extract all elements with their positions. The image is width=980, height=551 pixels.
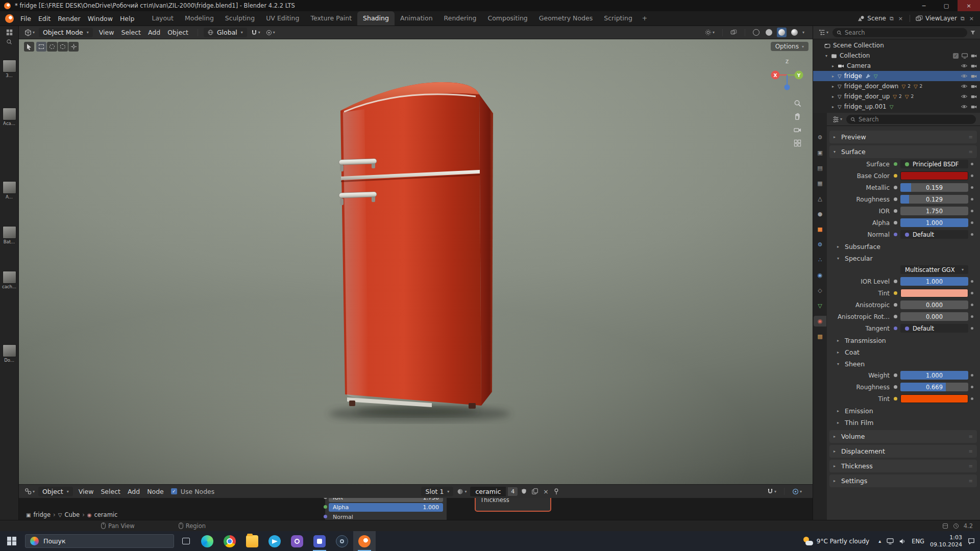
workspace-tab-compositing[interactable]: Compositing (482, 11, 533, 26)
slot-dropdown[interactable]: Slot 1▾ (421, 487, 453, 496)
properties-tab-scene[interactable]: △ (814, 193, 826, 204)
hide-viewport-icon[interactable] (961, 93, 968, 100)
outliner-row-fridge-door-down[interactable]: ▸ ▽fridge_door_down ▽2▽2 (813, 81, 980, 91)
socket-dot[interactable] (324, 505, 327, 509)
browse-material-icon[interactable]: ▾ (455, 488, 468, 495)
animate-dot[interactable] (968, 374, 976, 377)
close-button[interactable]: × (958, 0, 980, 11)
properties-tab-render[interactable]: ▣ (814, 147, 826, 158)
base-color-color-swatch[interactable] (900, 171, 968, 180)
taskbar-app-chrome[interactable] (218, 531, 241, 551)
hide-render-icon[interactable] (971, 104, 977, 110)
material-slot-icon[interactable]: ▽ (901, 84, 905, 89)
properties-tab-particles[interactable]: ∴ (814, 255, 826, 265)
blender-menu-icon[interactable] (5, 14, 14, 23)
add-workspace-button[interactable]: + (638, 11, 651, 26)
panel-surface[interactable]: ▾Surface≡ (829, 145, 977, 158)
node-alpha-slider[interactable]: Alpha1.000 (329, 503, 443, 512)
select-box-tool-button[interactable] (36, 42, 46, 52)
taskbar-app-viber[interactable] (286, 531, 308, 551)
workspace-tab-uv-editing[interactable]: UV Editing (260, 11, 305, 26)
properties-tab-tool[interactable]: ⚙ (814, 132, 826, 143)
tint-color-swatch[interactable] (900, 394, 968, 403)
outliner-row-collection[interactable]: ▾ Collection ✓ (813, 51, 980, 61)
topbar-menu-file[interactable]: File (17, 14, 35, 23)
clock-widget[interactable]: 1:03 09.10.2024 (930, 534, 962, 548)
search-icon[interactable] (6, 39, 12, 45)
panel-thickness[interactable]: ▸Thickness≡ (829, 460, 977, 472)
subpanel-thin-film[interactable]: ▸Thin Film (829, 417, 977, 428)
anisotropic-slider[interactable]: 0.000 (900, 300, 968, 309)
properties-tab-texture[interactable]: ▩ (814, 331, 826, 342)
camera-view-icon[interactable] (794, 126, 801, 134)
animate-dot[interactable] (968, 386, 976, 388)
material-users-count[interactable]: 4 (508, 487, 518, 496)
cursor-3d-tool-button[interactable] (68, 42, 79, 52)
snap-magnet-icon[interactable]: ▾ (250, 30, 262, 36)
navigation-gizmo[interactable]: X Y Z (769, 57, 805, 93)
hidden-icons-chevron[interactable]: ▴ (878, 538, 881, 544)
fake-user-shield-icon[interactable] (520, 488, 528, 494)
shading-dropdown-caret[interactable]: ▾ (802, 30, 804, 35)
hide-render-icon[interactable] (971, 53, 977, 59)
new-material-icon[interactable] (530, 488, 540, 494)
properties-tab-output[interactable]: ▤ (814, 163, 826, 173)
new-scene-button[interactable]: ⧉ (889, 15, 895, 22)
asset-thumbnail[interactable] (3, 226, 16, 239)
transform-orientation-dropdown[interactable]: Global▾ (204, 28, 247, 37)
distribution-dropdown[interactable]: Multiscatter GGX▾ (900, 265, 968, 274)
properties-tab-view-layer[interactable]: ▦ (814, 178, 826, 189)
mesh-data-icon[interactable]: ▽ (890, 104, 894, 110)
outliner-row-fridge-door-up[interactable]: ▸ ▽fridge_door_up ▽2▽2 (813, 91, 980, 102)
viewport-menu-object[interactable]: Object (164, 28, 192, 37)
animate-dot[interactable] (968, 280, 976, 283)
workspace-tab-scripting[interactable]: Scripting (598, 11, 638, 26)
alpha-slider[interactable]: 1.000 (900, 218, 968, 227)
taskbar-weather-widget[interactable]: 9°C Partly cloudy (799, 537, 873, 545)
snap-icon[interactable]: ▾ (766, 488, 778, 494)
topbar-menu-window[interactable]: Window (84, 14, 116, 23)
asset-thumbnail[interactable] (3, 271, 16, 284)
animate-dot[interactable] (968, 397, 976, 400)
tint-color-swatch[interactable] (900, 289, 968, 297)
volume-icon[interactable] (899, 538, 906, 544)
subpanel-coat[interactable]: ▸Coat (829, 346, 977, 358)
hide-render-icon[interactable] (971, 94, 977, 99)
panel-settings[interactable]: ▸Settings≡ (829, 474, 977, 487)
workspace-tab-modeling[interactable]: Modeling (179, 11, 219, 26)
breadcrumb-item[interactable]: Cube (64, 511, 80, 518)
socket-dot[interactable] (324, 498, 327, 499)
breadcrumb-item[interactable]: ceramic (94, 511, 117, 518)
outliner-search-input[interactable]: Search (832, 28, 967, 37)
hide-viewport-icon[interactable] (961, 62, 968, 69)
surface-dropdown[interactable]: Principled BSDF (900, 160, 968, 168)
roughness-slider[interactable]: 0.669 (900, 383, 968, 391)
select-lasso-tool-button[interactable] (58, 42, 68, 52)
outliner-row-camera[interactable]: ▸ Camera (813, 61, 980, 71)
panel-displacement[interactable]: ▸Displacement≡ (829, 445, 977, 458)
socket-dot[interactable] (324, 515, 327, 518)
subpanel-transmission[interactable]: ▸Transmission (829, 335, 977, 346)
zoom-icon[interactable] (794, 99, 801, 107)
animate-dot[interactable] (968, 292, 976, 294)
scene-selector[interactable]: Scene (867, 15, 886, 22)
taskbar-app-blender[interactable] (353, 531, 376, 551)
shading-solid-button[interactable] (764, 28, 774, 37)
action-center-icon[interactable] (968, 538, 975, 544)
fridge-model[interactable] (317, 69, 522, 426)
language-indicator[interactable]: ENG (912, 538, 924, 545)
asset-thumbnail[interactable] (3, 344, 16, 357)
roughness-slider[interactable]: 0.129 (900, 195, 968, 204)
expand-caret[interactable]: ▸ (830, 64, 836, 68)
asset-browser-strip[interactable]: 3... Аса... A... Bat... cach... Do... (0, 26, 19, 520)
task-view-button[interactable] (176, 531, 196, 551)
subpanel-specular[interactable]: ▾Specular (829, 253, 977, 264)
add-viewlayer-button[interactable]: ⧉ (960, 15, 966, 22)
asset-item[interactable]: 3... (0, 60, 18, 78)
shading-rendered-button[interactable] (790, 28, 799, 37)
asset-item[interactable]: Do... (0, 344, 18, 363)
overlays-toggle-icon[interactable]: ▾ (791, 488, 803, 495)
metallic-slider[interactable]: 0.159 (900, 183, 968, 192)
collection-checkbox[interactable]: ✓ (953, 53, 959, 59)
expand-caret[interactable]: ▸ (830, 74, 836, 79)
